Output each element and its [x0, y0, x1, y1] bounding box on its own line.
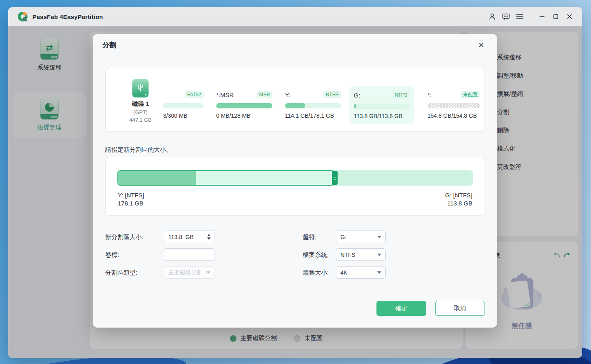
partition-type-value: 主要磁碟分割	[168, 269, 200, 276]
drive-letter-select[interactable]: G:	[336, 231, 386, 243]
fs-badge: MSR	[257, 91, 272, 98]
partition-type-label: 分割區類型:	[105, 266, 137, 279]
feedback-icon[interactable]	[499, 10, 513, 23]
usb-disk-icon	[132, 79, 149, 97]
disk-name: 磁碟 1	[121, 100, 160, 108]
minimize-button[interactable]	[535, 10, 549, 23]
size-increment-icon[interactable]	[207, 234, 210, 236]
confirm-button[interactable]: 確定	[376, 301, 426, 316]
partition-block-y[interactable]: Y: NTFS 114.1 GB/178.1 GB	[285, 90, 341, 119]
partition-label: Y:	[285, 91, 290, 98]
slider-handle[interactable]	[332, 171, 338, 185]
chevron-down-icon	[206, 271, 210, 274]
volume-label: 卷標:	[105, 248, 119, 261]
drive-letter-label: 盤符:	[303, 231, 317, 243]
split-slider-card: Y: [NTFS] 178.1 GB G: [NTFS] 113.8 GB	[105, 157, 485, 216]
menu-icon[interactable]	[513, 10, 527, 23]
partitions-viewport: FAT32 3/300 MB *:MSR MSR 0 MB/128 MB	[163, 77, 480, 127]
slider-section-y	[117, 170, 335, 186]
chevron-down-icon	[377, 271, 381, 274]
new-size-stepper[interactable]: 113.8 GB	[164, 231, 215, 243]
split-slider-track[interactable]	[117, 170, 473, 186]
fs-badge: NTFS	[323, 91, 341, 98]
partition-usage-text: 3/300 MB	[163, 112, 204, 119]
maximize-button[interactable]	[549, 10, 563, 23]
close-button[interactable]	[563, 10, 576, 23]
cluster-size-select[interactable]: 4K	[336, 266, 386, 279]
slider-left-label: Y: [NTFS] 178.1 GB	[118, 191, 144, 207]
partition-usage-bar	[427, 103, 480, 108]
partition-usage-bar	[285, 103, 341, 108]
new-size-unit: GB	[185, 234, 193, 240]
cluster-size-value: 4K	[340, 269, 347, 276]
partition-label: G:	[354, 92, 360, 99]
disk-size: 447.1 GB	[121, 116, 160, 123]
chevron-down-icon	[377, 236, 381, 238]
titlebar: PassFab 4EasyPartition	[8, 7, 582, 26]
file-system-label: 檔案系統:	[303, 248, 329, 261]
volume-label-input[interactable]	[164, 248, 215, 261]
partition-usage-bar	[354, 104, 410, 109]
titlebar-divider	[531, 13, 531, 21]
app-window: PassFab 4EasyPartition	[8, 7, 582, 358]
partition-label: *:	[427, 91, 432, 98]
fs-badge: NTFS	[392, 91, 410, 99]
disk-strip-card: 磁碟 1 (GPT) 447.1 GB FAT32 3/300 MB *:	[105, 68, 485, 132]
partition-usage-bar	[163, 103, 204, 108]
partition-usage-text: 114.1 GB/178.1 GB	[285, 112, 341, 119]
disk-scheme: (GPT)	[121, 109, 160, 116]
split-dialog-header: 分割 ✕	[93, 34, 497, 56]
new-size-value: 113.8	[168, 234, 182, 240]
dialog-title: 分割	[102, 40, 116, 50]
user-account-icon[interactable]	[485, 10, 499, 23]
slider-used-space	[118, 171, 196, 185]
slider-labels: Y: [NTFS] 178.1 GB G: [NTFS] 113.8 GB	[118, 191, 472, 207]
partition-label: *:MSR	[216, 91, 234, 98]
disk-info: 磁碟 1 (GPT) 447.1 GB	[121, 79, 160, 123]
partition-block-msr[interactable]: *:MSR MSR 0 MB/128 MB	[216, 90, 272, 119]
chevron-down-icon	[377, 254, 381, 256]
partition-usage-text: 0 MB/128 MB	[216, 112, 272, 119]
split-dialog: 分割 ✕ 磁碟 1	[93, 34, 497, 328]
partition-usage-text: 154.8 GB/154.8 GB	[427, 112, 480, 119]
partition-block-unallocated[interactable]: *: 未配置 154.8 GB/154.8 GB	[427, 90, 480, 119]
partition-block-fat32[interactable]: FAT32 3/300 MB	[163, 90, 204, 119]
size-decrement-icon[interactable]	[207, 237, 210, 240]
dialog-close-icon[interactable]: ✕	[475, 39, 487, 51]
fs-badge: 未配置	[461, 91, 480, 98]
partition-block-g-selected[interactable]: G: NTFS 113.8 GB/113.8 GB	[349, 86, 414, 124]
new-size-label: 新分割區大小:	[105, 231, 143, 243]
partition-usage-text: 113.8 GB/113.8 GB	[354, 113, 410, 119]
partition-usage-bar	[216, 103, 272, 108]
file-system-value: NTFS	[340, 252, 355, 258]
cancel-button[interactable]: 取消	[435, 301, 485, 316]
slider-right-label: G: [NTFS] 113.8 GB	[445, 191, 473, 207]
partition-type-select: 主要磁碟分割	[164, 266, 215, 279]
app-title: PassFab 4EasyPartition	[32, 13, 103, 20]
drive-letter-value: G:	[340, 234, 347, 240]
cluster-size-label: 叢集大小:	[303, 266, 329, 279]
fs-badge: FAT32	[185, 91, 204, 98]
size-instruction-text: 請指定新分割區的大小。	[105, 146, 172, 154]
file-system-select[interactable]: NTFS	[336, 248, 386, 261]
app-logo-icon	[17, 11, 28, 22]
desktop-wallpaper: PassFab 4EasyPartition	[0, 0, 591, 364]
